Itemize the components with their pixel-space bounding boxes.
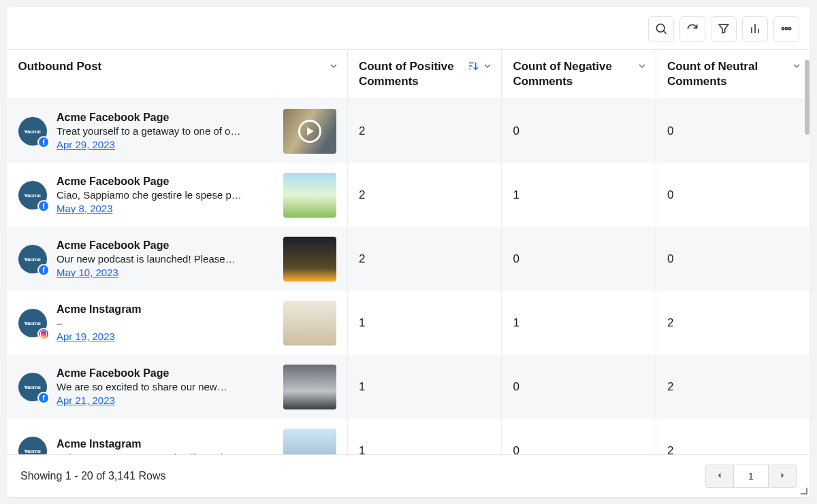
column-label: Count of Neutral Comments bbox=[667, 60, 758, 88]
post-text: Acme Instagram Enjoy 15% catamaran and s… bbox=[57, 438, 274, 454]
search-icon bbox=[654, 22, 668, 37]
search-button[interactable] bbox=[648, 16, 674, 42]
post-cell: ▾acme Acme Facebook Page We are so excit… bbox=[18, 365, 336, 409]
scrollbar-track[interactable] bbox=[805, 60, 810, 456]
chart-button[interactable] bbox=[742, 16, 768, 42]
report-table: Outbound Post Count of Positive Comments bbox=[7, 49, 810, 454]
post-text: Acme Facebook Page Ciao, Sappiamo che ge… bbox=[57, 175, 274, 216]
play-icon bbox=[298, 120, 321, 143]
chevron-down-icon bbox=[791, 61, 802, 75]
cell-positive: 2 bbox=[347, 99, 502, 164]
post-date-link[interactable]: May 10, 2023 bbox=[57, 267, 118, 278]
chevron-left-icon bbox=[716, 471, 724, 482]
facebook-icon bbox=[37, 136, 50, 148]
post-account: Acme Facebook Page bbox=[57, 112, 274, 124]
more-icon bbox=[780, 22, 793, 37]
post-thumbnail[interactable] bbox=[283, 109, 336, 154]
table-row[interactable]: ▾acme Acme Instagram – Apr 19, 2023 112 bbox=[7, 291, 811, 355]
table-wrap: Outbound Post Count of Positive Comments bbox=[7, 49, 810, 454]
post-date-link[interactable]: Apr 29, 2023 bbox=[57, 139, 115, 150]
post-snippet: Our new podcast is launched! Please… bbox=[57, 253, 254, 265]
refresh-icon bbox=[686, 22, 699, 37]
column-header-negative[interactable]: Count of Negative Comments bbox=[502, 50, 656, 99]
post-account: Acme Facebook Page bbox=[57, 239, 274, 252]
post-account: Acme Instagram bbox=[57, 438, 274, 450]
column-header-positive[interactable]: Count of Positive Comments bbox=[347, 50, 502, 99]
pager: 1 bbox=[705, 465, 797, 488]
svg-point-0 bbox=[656, 24, 664, 32]
post-thumbnail[interactable] bbox=[283, 429, 336, 454]
cell-positive: 1 bbox=[347, 419, 502, 454]
post-account: Acme Facebook Page bbox=[57, 175, 274, 188]
sort-descending-icon bbox=[467, 60, 479, 72]
column-label: Count of Positive Comments bbox=[359, 60, 454, 88]
post-snippet: Treat yourself to a getaway to one of o… bbox=[57, 125, 254, 137]
cell-neutral: 2 bbox=[656, 355, 810, 419]
cell-neutral: 0 bbox=[656, 227, 810, 291]
resize-handle[interactable] bbox=[801, 488, 807, 494]
cell-neutral: 0 bbox=[656, 163, 810, 227]
column-header-outbound[interactable]: Outbound Post bbox=[7, 50, 348, 99]
chevron-down-icon bbox=[328, 61, 339, 75]
avatar: ▾acme bbox=[18, 117, 47, 146]
post-text: Acme Instagram – Apr 19, 2023 bbox=[57, 303, 274, 343]
table-row[interactable]: ▾acme Acme Facebook Page Ciao, Sappiamo … bbox=[7, 163, 811, 227]
cell-neutral: 0 bbox=[656, 99, 810, 164]
svg-point-6 bbox=[785, 27, 787, 29]
facebook-icon bbox=[37, 264, 50, 276]
post-cell: ▾acme Acme Facebook Page Ciao, Sappiamo … bbox=[18, 173, 336, 218]
avatar: ▾acme bbox=[18, 373, 47, 401]
report-card: Outbound Post Count of Positive Comments bbox=[7, 7, 810, 497]
next-page-button[interactable] bbox=[768, 465, 797, 488]
filter-icon bbox=[717, 22, 731, 37]
post-account: Acme Instagram bbox=[57, 303, 274, 316]
post-cell: ▾acme Acme Instagram Enjoy 15% catamaran… bbox=[18, 429, 336, 454]
cell-negative: 1 bbox=[502, 163, 656, 227]
chevron-right-icon bbox=[778, 471, 786, 482]
post-date-link[interactable]: Apr 21, 2023 bbox=[57, 394, 115, 406]
avatar: ▾acme bbox=[18, 181, 47, 209]
post-thumbnail[interactable] bbox=[283, 237, 336, 282]
avatar: ▾acme bbox=[18, 437, 47, 454]
avatar: ▾acme bbox=[18, 309, 47, 337]
row-summary: Showing 1 - 20 of 3,141 Rows bbox=[20, 470, 165, 482]
cell-positive: 1 bbox=[347, 355, 502, 419]
cell-positive: 1 bbox=[347, 291, 502, 355]
post-date-link[interactable]: Apr 19, 2023 bbox=[57, 331, 115, 342]
cell-negative: 1 bbox=[502, 291, 656, 355]
filter-button[interactable] bbox=[711, 16, 737, 42]
cell-positive: 2 bbox=[347, 163, 502, 227]
post-cell: ▾acme Acme Facebook Page Our new podcast… bbox=[18, 237, 336, 282]
post-date-link[interactable]: May 8, 2023 bbox=[57, 203, 113, 214]
table-row[interactable]: ▾acme Acme Facebook Page Treat yourself … bbox=[7, 99, 811, 164]
avatar-circle: ▾acme bbox=[18, 437, 47, 454]
post-cell: ▾acme Acme Facebook Page Treat yourself … bbox=[18, 109, 336, 154]
cell-neutral: 2 bbox=[656, 291, 810, 355]
page-number[interactable]: 1 bbox=[734, 465, 768, 488]
facebook-icon bbox=[37, 392, 50, 404]
svg-point-7 bbox=[788, 27, 790, 29]
svg-line-1 bbox=[664, 31, 667, 33]
post-cell: ▾acme Acme Instagram – Apr 19, 2023 bbox=[18, 301, 336, 346]
prev-page-button[interactable] bbox=[705, 465, 734, 488]
post-text: Acme Facebook Page We are so excited to … bbox=[57, 367, 274, 407]
post-snippet: We are so excited to share our new… bbox=[57, 381, 254, 392]
column-header-neutral[interactable]: Count of Neutral Comments bbox=[656, 50, 810, 99]
scrollbar-thumb[interactable] bbox=[805, 60, 810, 135]
refresh-button[interactable] bbox=[679, 16, 705, 42]
bar-chart-icon bbox=[748, 22, 762, 37]
post-thumbnail[interactable] bbox=[283, 365, 336, 409]
more-button[interactable] bbox=[773, 16, 799, 42]
column-label: Outbound Post bbox=[18, 60, 102, 73]
post-thumbnail[interactable] bbox=[283, 173, 336, 218]
post-snippet: Ciao, Sappiamo che gestire le spese p… bbox=[57, 189, 254, 201]
cell-negative: 0 bbox=[502, 99, 656, 164]
post-thumbnail[interactable] bbox=[283, 301, 336, 346]
avatar: ▾acme bbox=[18, 245, 47, 273]
cell-negative: 0 bbox=[502, 355, 656, 419]
table-row[interactable]: ▾acme Acme Facebook Page Our new podcast… bbox=[7, 227, 811, 291]
table-row[interactable]: ▾acme Acme Facebook Page We are so excit… bbox=[7, 355, 811, 419]
column-label: Count of Negative Comments bbox=[513, 60, 611, 88]
post-text: Acme Facebook Page Treat yourself to a g… bbox=[57, 112, 274, 152]
table-row[interactable]: ▾acme Acme Instagram Enjoy 15% catamaran… bbox=[7, 419, 811, 454]
